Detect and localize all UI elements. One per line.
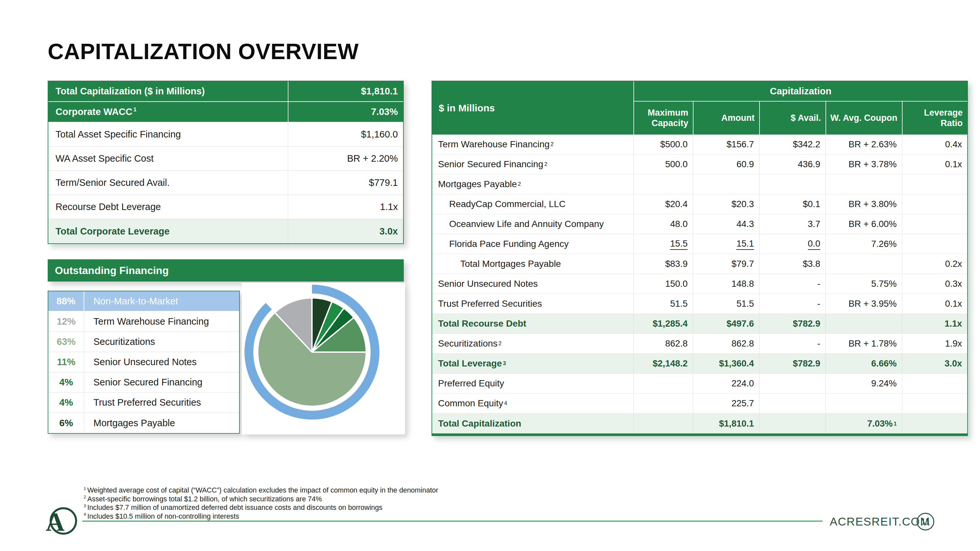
row-cell xyxy=(902,234,967,254)
row-cell: 3.7 xyxy=(759,214,826,234)
website-link[interactable]: ACRESREIT.COM xyxy=(830,515,930,528)
row-cell xyxy=(826,394,902,413)
row-cell: 0.1x xyxy=(902,294,967,314)
footnote: 4Includes $10.5 million of non-controlli… xyxy=(84,512,438,521)
table-row: Total Capitalization$1,810.17.03%1 xyxy=(432,413,967,433)
footer-divider-line xyxy=(82,521,822,522)
row-label: Common Equity4 xyxy=(432,394,633,413)
row-cell: BR + 2.63% xyxy=(826,135,902,154)
row-cell: $1,360.4 xyxy=(693,354,759,373)
row-cell: 15.5 xyxy=(633,234,693,254)
row-cell: 0.4x xyxy=(902,135,967,154)
column-header-coupon: W. Avg. Coupon xyxy=(826,102,902,135)
row-label: Term Warehouse Financing2 xyxy=(432,135,633,154)
summary-row-value: $779.1 xyxy=(288,171,403,195)
table-row: Trust Preferred Securities51.551.5-BR + … xyxy=(432,294,967,314)
column-header-avail: $ Avail. xyxy=(759,102,826,135)
row-label: Florida Pace Funding Agency xyxy=(432,234,633,254)
row-cell: 7.03%1 xyxy=(826,413,902,433)
row-cell xyxy=(759,413,826,433)
table-row: Securitizations2862.8862.8-BR + 1.78%1.9… xyxy=(432,334,967,354)
row-cell xyxy=(633,175,693,194)
row-cell xyxy=(902,175,967,194)
row-label: Total Capitalization xyxy=(432,413,633,433)
row-cell: 51.5 xyxy=(633,294,693,314)
summary-row: Recourse Debt Leverage1.1x xyxy=(48,195,403,219)
capitalization-table-header: $ in Millions Capitalization Maximum Cap… xyxy=(432,81,967,135)
row-cell xyxy=(693,175,759,194)
legend-row: 6%Mortgages Payable xyxy=(48,413,239,433)
legend-row: 4%Trust Preferred Securities xyxy=(48,392,239,413)
capitalization-table-body: Term Warehouse Financing2$500.0$156.7$34… xyxy=(432,135,967,433)
row-cell: $1,285.4 xyxy=(633,314,693,333)
legend-percent: 88% xyxy=(48,291,84,311)
row-cell: $156.7 xyxy=(693,135,759,154)
row-cell: $20.4 xyxy=(633,194,693,214)
summary-row: Corporate WACC17.03% xyxy=(48,102,403,122)
row-cell xyxy=(902,194,967,214)
row-cell: $79.7 xyxy=(693,254,759,274)
row-cell xyxy=(826,254,902,274)
row-cell: 7.26% xyxy=(826,234,902,254)
summary-row-value: $1,160.0 xyxy=(288,122,403,146)
row-cell: $497.6 xyxy=(693,314,759,333)
row-cell: 15.1 xyxy=(693,234,759,254)
footnote: 1Weighted average cost of capital (“WACC… xyxy=(84,486,438,495)
row-cell xyxy=(759,175,826,194)
row-cell: 148.8 xyxy=(693,274,759,294)
legend-row: 11%Senior Unsecured Notes xyxy=(48,352,239,372)
table-row: Mortgages Payable2 xyxy=(432,175,967,194)
row-label: Total Leverage3 xyxy=(432,354,633,373)
row-cell: 44.3 xyxy=(693,214,759,234)
footnotes: 1Weighted average cost of capital (“WACC… xyxy=(84,486,438,521)
summary-row: Term/Senior Secured Avail.$779.1 xyxy=(48,171,403,195)
row-cell: 500.0 xyxy=(633,154,693,174)
row-cell: 0.1x xyxy=(902,154,967,174)
row-cell: 60.9 xyxy=(693,154,759,174)
row-cell: 0.3x xyxy=(902,274,967,294)
legend-row: 88%Non-Mark-to-Market xyxy=(48,291,239,311)
legend-label: Senior Unsecured Notes xyxy=(84,357,239,367)
legend-label: Senior Secured Financing xyxy=(84,377,239,388)
row-cell: $500.0 xyxy=(633,135,693,154)
row-label: ReadyCap Commercial, LLC xyxy=(432,194,633,214)
row-cell: 3.0x xyxy=(902,354,967,373)
legend-row: 4%Senior Secured Financing xyxy=(48,372,239,392)
legend-percent: 6% xyxy=(48,413,84,433)
table-row: ReadyCap Commercial, LLC$20.4$20.3$0.1BR… xyxy=(432,194,967,214)
row-cell: BR + 3.80% xyxy=(826,194,902,214)
row-label: Securitizations2 xyxy=(432,334,633,353)
row-cell: $2,148.2 xyxy=(633,354,693,373)
row-cell xyxy=(633,374,693,393)
row-cell: $20.3 xyxy=(693,194,759,214)
legend-percent: 11% xyxy=(48,352,84,372)
row-cell: 436.9 xyxy=(759,154,826,174)
table-row: Florida Pace Funding Agency15.515.10.07.… xyxy=(432,234,967,254)
summary-row-value: 3.0x xyxy=(288,219,403,243)
table-row: Senior Secured Financing2500.060.9436.9B… xyxy=(432,154,967,175)
row-cell: BR + 3.95% xyxy=(826,294,902,314)
row-cell: 9.24% xyxy=(826,374,902,393)
table-row: Preferred Equity224.09.24% xyxy=(432,374,967,394)
row-cell: - xyxy=(759,274,826,294)
capitalization-table: $ in Millions Capitalization Maximum Cap… xyxy=(431,81,968,436)
summary-row-value: 1.1x xyxy=(288,195,403,219)
row-cell xyxy=(759,394,826,413)
row-cell: 5.75% xyxy=(826,274,902,294)
legend-row: 63%Securitizations xyxy=(48,332,239,352)
row-cell xyxy=(902,374,967,393)
table-row: Common Equity4225.7 xyxy=(432,394,967,413)
row-label: Senior Unsecured Notes xyxy=(432,274,633,294)
row-label: Preferred Equity xyxy=(432,374,633,393)
row-cell: $782.9 xyxy=(759,314,826,333)
row-label: Total Mortgages Payable xyxy=(432,254,633,274)
row-cell: 6.66% xyxy=(826,354,902,373)
summary-row-label: Total Asset Specific Financing xyxy=(48,129,288,140)
table-row: Total Leverage3$2,148.2$1,360.4$782.96.6… xyxy=(432,354,967,374)
row-cell: 48.0 xyxy=(633,214,693,234)
row-cell: BR + 1.78% xyxy=(826,334,902,353)
summary-row-label: Term/Senior Secured Avail. xyxy=(48,177,288,188)
row-cell: 150.0 xyxy=(633,274,693,294)
legend-label: Trust Preferred Securities xyxy=(84,397,239,408)
table-row: Oceanview Life and Annuity Company48.044… xyxy=(432,214,967,234)
